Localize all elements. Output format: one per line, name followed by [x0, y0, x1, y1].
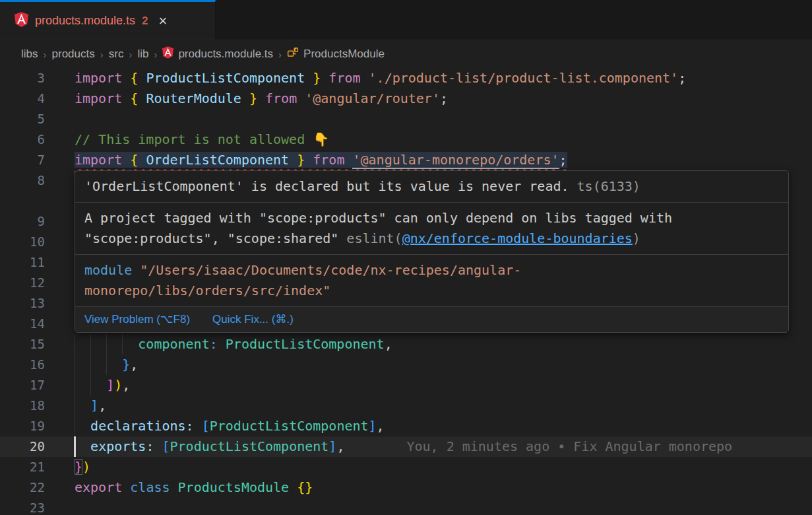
breadcrumb-item-file[interactable]: products.module.ts [162, 46, 273, 62]
class-symbol-icon [287, 47, 299, 62]
code-token: } [75, 459, 82, 475]
eslint-rule-suffix: ) [633, 230, 640, 246]
code-line-content[interactable]: import { ProductListComponent } from './… [45, 68, 812, 88]
quick-fix-button[interactable]: Quick Fix... (⌘.) [212, 312, 294, 327]
indent-guide [90, 334, 91, 355]
code-token: , [98, 397, 106, 413]
code-token: { [130, 70, 138, 86]
ts-error-message: 'OrderListComponent' is declared but its… [75, 171, 788, 202]
module-path-line1: "/Users/isaac/Documents/code/nx-recipes/… [132, 262, 521, 278]
code-token: class [130, 479, 177, 495]
indent-guide [106, 334, 107, 355]
error-squiggle-line[interactable]: import { OrderListComponent } from '@ang… [75, 152, 567, 168]
line-number: 4 [0, 88, 45, 109]
eslint-text-line2: "scope:products", "scope:shared" [84, 230, 346, 246]
code-line[interactable]: 4import { RouterModule } from '@angular/… [0, 88, 812, 109]
code-token: , [336, 438, 344, 454]
code-token [75, 438, 90, 454]
code-line-content[interactable]: }) [45, 457, 812, 477]
indent-guide [75, 375, 75, 395]
code-line[interactable]: 6// This import is not allowed 👇 [0, 129, 812, 150]
eslint-rule-link[interactable]: @nx/enforce-module-boundaries [402, 230, 633, 246]
angular-icon [162, 46, 173, 62]
code-token: } [313, 70, 321, 86]
breadcrumb-item-libs[interactable]: libs [21, 48, 38, 61]
chevron-right-icon: › [100, 49, 104, 60]
code-token: {} [297, 479, 313, 495]
code-token: './product-list/product-list.component' [369, 70, 679, 86]
code-token: 👇 [313, 131, 329, 147]
code-token: ProductListComponent [226, 336, 385, 352]
code-line[interactable]: 22export class ProductsModule {} [0, 477, 812, 498]
code-line-content[interactable]: export class ProductsModule {} [45, 477, 812, 498]
line-number: 21 [0, 457, 45, 477]
close-icon[interactable]: × [159, 14, 168, 28]
code-line-content[interactable] [45, 109, 812, 129]
line-number: 17 [0, 375, 45, 395]
code-line-content[interactable]: import { OrderListComponent } from '@ang… [45, 150, 812, 170]
code-token: ] [90, 397, 98, 413]
code-line[interactable]: 15 component: ProductListComponent, [0, 334, 812, 355]
indent-guide [75, 355, 75, 375]
code-token: OrderListComponent [138, 152, 297, 168]
code-token: import [75, 90, 130, 106]
line-number: 5 [0, 109, 45, 129]
code-token: exports: [90, 438, 154, 454]
code-line-content[interactable]: ]), [45, 375, 812, 395]
code-line-content[interactable]: ], [45, 395, 812, 416]
line-number: 6 [0, 129, 45, 150]
view-problem-button[interactable]: View Problem (⌥F8) [84, 312, 190, 327]
line-number: 7 [0, 150, 45, 170]
code-line-content[interactable]: component: ProductListComponent, [45, 334, 812, 355]
import-path-link[interactable]: '@angular-monorepo/orders' [352, 152, 559, 169]
code-line-content[interactable]: declarations: [ProductListComponent], [45, 416, 812, 436]
code-token: RouterModule [138, 90, 249, 106]
code-line[interactable]: 5 [0, 109, 812, 129]
code-token: import [75, 152, 130, 168]
code-line[interactable]: 23 [0, 498, 812, 515]
tab-products-module[interactable]: products.module.ts 2 × [0, 0, 216, 40]
code-token: { [130, 90, 138, 106]
indent-guide [75, 395, 75, 416]
code-line-content[interactable]: import { RouterModule } from '@angular/r… [45, 88, 812, 109]
line-number: 11 [0, 252, 45, 273]
code-token: , [385, 336, 392, 352]
ts-error-code: ts(6133) [569, 178, 640, 194]
code-line[interactable]: 21}) [0, 457, 812, 477]
line-number: 15 [0, 334, 45, 355]
code-line[interactable]: 7import { OrderListComponent } from '@an… [0, 150, 812, 170]
code-token: from [321, 70, 368, 86]
code-line-content[interactable]: // This import is not allowed 👇 [45, 129, 812, 150]
code-line-content[interactable]: }, [45, 355, 812, 375]
tab-bar: products.module.ts 2 × [0, 0, 812, 40]
breadcrumb-item-src[interactable]: src [109, 48, 124, 61]
code-line[interactable]: 18 ], [0, 395, 812, 416]
line-number: 19 [0, 416, 45, 436]
code-line[interactable]: 19 declarations: [ProductListComponent], [0, 416, 812, 436]
indent-guide [90, 355, 91, 375]
code-token: ProductListComponent [210, 418, 369, 434]
line-number: 22 [0, 477, 45, 498]
breadcrumb: libs › products › src › lib › products.m… [0, 40, 812, 68]
code-token: ProductListComponent [138, 70, 313, 86]
code-line[interactable]: 16 }, [0, 355, 812, 375]
code-line[interactable]: 20 exports: [ProductListComponent],You, … [0, 436, 812, 457]
module-path-line2: monorepo/libs/orders/src/index" [84, 283, 330, 298]
breadcrumb-item-products[interactable]: products [52, 48, 95, 61]
code-token: , [122, 377, 130, 393]
breadcrumb-item-lib[interactable]: lib [137, 48, 148, 61]
line-number: 18 [0, 395, 45, 416]
code-token: { [130, 152, 138, 168]
code-line-content[interactable] [45, 498, 812, 515]
code-token: [ [202, 418, 210, 434]
indent-guide [122, 334, 123, 355]
code-token: ProductListComponent [170, 438, 329, 454]
line-number: 13 [0, 293, 45, 314]
chevron-right-icon: › [44, 49, 47, 60]
breadcrumb-item-symbol[interactable]: ProductsModule [287, 47, 385, 62]
code-line-content[interactable]: exports: [ProductListComponent],You, 2 m… [45, 436, 812, 457]
code-line[interactable]: 3import { ProductListComponent } from '.… [0, 68, 812, 88]
code-line[interactable]: 17 ]), [0, 375, 812, 395]
module-path-message: module "/Users/isaac/Documents/code/nx-r… [75, 254, 788, 306]
line-number: 8 [0, 170, 45, 191]
